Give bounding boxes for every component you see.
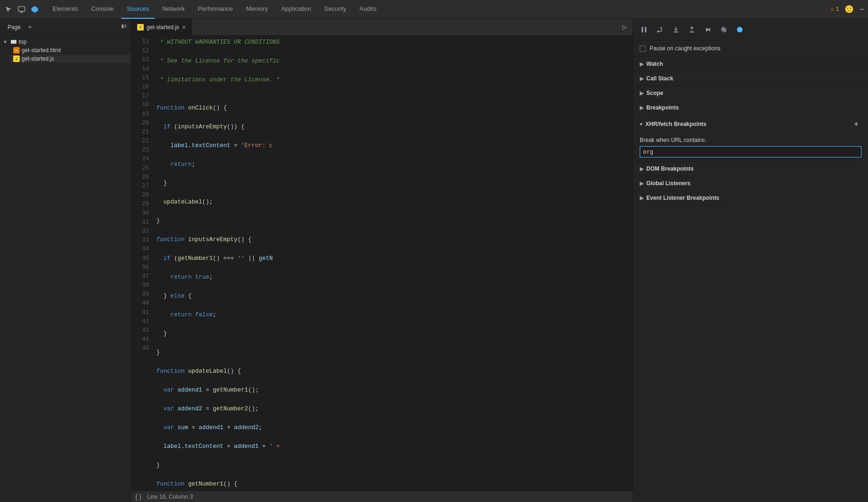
code-area[interactable]: 11121314 15161718 19202122 23242526 2728… [132, 36, 633, 491]
file-item-html[interactable]: H get-started.html [9, 46, 131, 55]
tab-close-icon[interactable]: × [182, 24, 186, 31]
warning-icon: ⚠ [830, 6, 834, 13]
sidebar-header: Page » [0, 19, 131, 36]
editor-tabs: J get-started.js × ▷ [132, 19, 633, 36]
tab-security[interactable]: Security [318, 0, 352, 19]
callstack-chevron: ▶ [640, 76, 643, 82]
event-listener-label: Event Listener Breakpoints [646, 195, 719, 201]
run-snippet-icon[interactable]: ▷ [617, 23, 633, 32]
debug-toolbar [633, 19, 868, 40]
callstack-section-header[interactable]: ▶ Call Stack [633, 71, 868, 86]
js-filename: get-started.js [22, 55, 54, 62]
scope-chevron: ▶ [640, 90, 643, 96]
pause-exceptions: Pause on caught exceptions [633, 40, 868, 57]
breakpoints-section-header[interactable]: ▶ Breakpoints [633, 101, 868, 115]
sidebar-collapse-icon[interactable] [121, 23, 127, 31]
callstack-label: Call Stack [646, 75, 673, 82]
sidebar-page-tab[interactable]: Page [4, 23, 24, 31]
cursor-icon[interactable] [4, 5, 13, 14]
sidebar-more-icon[interactable]: » [28, 24, 32, 31]
svg-rect-12 [690, 31, 694, 32]
top-folder-label: top [19, 39, 27, 45]
smiley-icon[interactable]: 🙂 [845, 5, 854, 14]
tab-elements[interactable]: Elements [47, 0, 84, 19]
dom-label: DOM Breakpoints [646, 165, 694, 172]
top-folder[interactable]: top [0, 38, 131, 46]
step-over-btn[interactable] [655, 24, 665, 35]
tab-application[interactable]: Application [276, 0, 317, 19]
ext-icon[interactable] [30, 5, 39, 14]
step-out-btn[interactable] [687, 24, 697, 35]
watch-section-header[interactable]: ▶ Watch [633, 57, 868, 71]
editor-tab-js[interactable]: J get-started.js × [132, 19, 192, 36]
global-listeners-header[interactable]: ▶ Global Listeners [633, 176, 868, 190]
nav-icons [4, 5, 39, 14]
step-into-btn[interactable] [671, 24, 681, 35]
tab-console[interactable]: Console [85, 0, 119, 19]
js-icon: J [13, 55, 20, 62]
file-list: H get-started.html J get-started.js [9, 46, 131, 63]
svg-rect-4 [122, 24, 124, 28]
xhr-break-label: Break when URL contains: [640, 137, 861, 143]
pause-btn[interactable] [639, 24, 649, 35]
dom-chevron: ▶ [640, 166, 643, 172]
scope-label: Scope [646, 90, 663, 96]
file-tree: top H get-started.html J get-started.js [0, 36, 131, 502]
file-item-js[interactable]: J get-started.js [9, 55, 131, 63]
xhr-label: XHR/fetch Breakpoints [645, 121, 706, 127]
svg-rect-13 [709, 28, 710, 31]
sidebar: Page » top [0, 19, 132, 502]
html-filename: get-started.html [22, 47, 61, 54]
watch-section: ▶ Watch [633, 57, 868, 71]
tab-audits[interactable]: Audits [354, 0, 382, 19]
tab-network[interactable]: Network [157, 0, 191, 19]
more-options-icon[interactable]: ⋯ [860, 5, 864, 14]
warning-badge[interactable]: ⚠ 1 [830, 6, 839, 13]
xhr-add-btn[interactable]: + [851, 119, 861, 129]
global-listeners-label: Global Listeners [646, 180, 690, 187]
svg-rect-0 [18, 7, 25, 11]
breakpoint-active-icon[interactable] [735, 24, 745, 35]
pretty-print-icon[interactable]: { } [135, 493, 141, 501]
editor-panel: J get-started.js × ▷ 11121314 15161718 1… [132, 19, 633, 502]
scope-section-header[interactable]: ▶ Scope [633, 86, 868, 100]
xhr-content: Break when URL contains: [633, 133, 868, 161]
svg-marker-3 [31, 6, 38, 13]
tab-memory[interactable]: Memory [240, 0, 274, 19]
xhr-url-input[interactable] [640, 146, 861, 157]
main-layout: Page » top [0, 19, 868, 502]
screen-icon[interactable] [17, 5, 26, 14]
svg-point-10 [657, 31, 659, 32]
svg-rect-8 [642, 27, 643, 32]
xhr-chevron: ▾ [640, 121, 643, 127]
debug-panel: Pause on caught exceptions ▶ Watch ▶ Cal… [633, 19, 868, 502]
folder-icon [10, 39, 17, 45]
watch-label: Watch [646, 61, 663, 67]
event-listener-section: ▶ Event Listener Breakpoints [633, 191, 868, 205]
global-listeners-chevron: ▶ [640, 180, 643, 187]
status-bar: { } Line 16, Column 3 [132, 491, 633, 502]
code-content[interactable]: * WITHOUT WARRANTIES OR CONDITIONS * See… [153, 36, 633, 491]
deactivate-breakpoints-btn[interactable] [719, 24, 729, 35]
cursor-position: Line 16, Column 3 [147, 494, 193, 500]
xhr-section-header[interactable]: ▾ XHR/fetch Breakpoints + [633, 115, 868, 133]
pause-exceptions-label: Pause on caught exceptions [650, 45, 721, 52]
dom-breakpoints-header[interactable]: ▶ DOM Breakpoints [633, 162, 868, 176]
warning-count: 1 [836, 6, 839, 13]
breakpoints-section: ▶ Breakpoints [633, 101, 868, 115]
breakpoints-label: Breakpoints [646, 104, 679, 111]
svg-rect-5 [124, 24, 126, 28]
tab-performance[interactable]: Performance [192, 0, 238, 19]
svg-rect-7 [11, 40, 13, 41]
step-btn[interactable] [703, 24, 713, 35]
tab-sources[interactable]: Sources [121, 0, 155, 19]
callstack-section: ▶ Call Stack [633, 71, 868, 86]
editor-tab-label: get-started.js [147, 24, 179, 31]
svg-rect-11 [674, 31, 678, 32]
watch-chevron: ▶ [640, 61, 643, 67]
breakpoints-chevron: ▶ [640, 105, 643, 111]
svg-rect-9 [645, 27, 646, 32]
event-listener-header[interactable]: ▶ Event Listener Breakpoints [633, 191, 868, 205]
pause-exceptions-checkbox[interactable] [640, 46, 646, 52]
top-nav: Elements Console Sources Network Perform… [0, 0, 868, 19]
